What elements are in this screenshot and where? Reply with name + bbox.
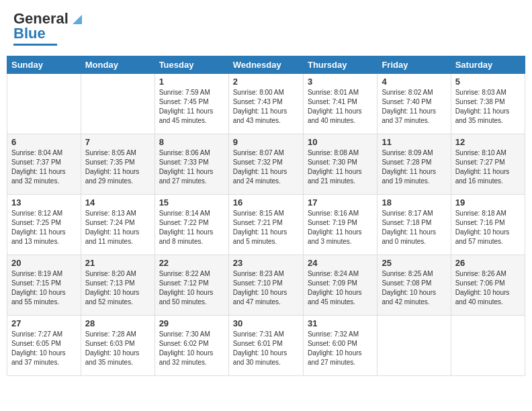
day-info: Sunrise: 8:03 AMSunset: 7:38 PMDaylight:… [455, 88, 521, 126]
day-info: Sunrise: 8:25 AMSunset: 7:08 PMDaylight:… [382, 269, 446, 307]
day-number: 4 [382, 77, 446, 87]
calendar-week-row: 13Sunrise: 8:12 AMSunset: 7:25 PMDayligh… [7, 195, 525, 255]
calendar-cell: 16Sunrise: 8:15 AMSunset: 7:21 PMDayligh… [228, 195, 303, 255]
day-header-sunday: Sunday [7, 56, 81, 74]
day-info: Sunrise: 8:01 AMSunset: 7:41 PMDaylight:… [308, 88, 373, 126]
calendar-week-row: 1Sunrise: 7:59 AMSunset: 7:45 PMDaylight… [7, 74, 525, 134]
calendar-cell: 14Sunrise: 8:13 AMSunset: 7:24 PMDayligh… [81, 195, 154, 255]
day-info: Sunrise: 8:22 AMSunset: 7:12 PMDaylight:… [159, 269, 224, 307]
calendar-cell: 4Sunrise: 8:02 AMSunset: 7:40 PMDaylight… [378, 74, 451, 134]
day-number: 20 [11, 258, 77, 268]
day-header-thursday: Thursday [303, 56, 377, 74]
day-number: 16 [233, 197, 299, 208]
day-info: Sunrise: 8:00 AMSunset: 7:43 PMDaylight:… [233, 88, 299, 126]
calendar-cell [378, 316, 451, 376]
day-info: Sunrise: 8:18 AMSunset: 7:16 PMDaylight:… [455, 209, 521, 246]
day-info: Sunrise: 7:28 AMSunset: 6:03 PMDaylight:… [85, 330, 150, 367]
day-number: 11 [382, 137, 446, 147]
day-header-saturday: Saturday [451, 56, 525, 74]
day-header-tuesday: Tuesday [154, 56, 228, 74]
calendar-cell: 20Sunrise: 8:19 AMSunset: 7:15 PMDayligh… [7, 255, 81, 316]
page-header: General Blue [7, 7, 525, 49]
day-number: 30 [233, 318, 299, 328]
day-number: 28 [85, 318, 150, 328]
day-info: Sunrise: 8:19 AMSunset: 7:15 PMDaylight:… [11, 269, 77, 307]
calendar-cell: 11Sunrise: 8:09 AMSunset: 7:28 PMDayligh… [378, 134, 451, 195]
day-header-friday: Friday [378, 56, 451, 74]
day-number: 10 [308, 137, 373, 147]
calendar-cell: 1Sunrise: 7:59 AMSunset: 7:45 PMDaylight… [154, 74, 228, 134]
calendar-cell: 18Sunrise: 8:17 AMSunset: 7:18 PMDayligh… [378, 195, 451, 255]
day-info: Sunrise: 8:24 AMSunset: 7:09 PMDaylight:… [308, 269, 373, 307]
calendar-week-row: 6Sunrise: 8:04 AMSunset: 7:37 PMDaylight… [7, 134, 525, 195]
day-info: Sunrise: 8:20 AMSunset: 7:13 PMDaylight:… [85, 269, 150, 307]
day-number: 8 [159, 137, 224, 147]
calendar-header-row: SundayMondayTuesdayWednesdayThursdayFrid… [7, 56, 525, 74]
day-info: Sunrise: 8:08 AMSunset: 7:30 PMDaylight:… [308, 148, 373, 186]
day-info: Sunrise: 7:31 AMSunset: 6:01 PMDaylight:… [233, 330, 299, 367]
logo: General Blue [13, 10, 83, 46]
calendar-cell: 2Sunrise: 8:00 AMSunset: 7:43 PMDaylight… [228, 74, 303, 134]
calendar-cell: 29Sunrise: 7:30 AMSunset: 6:02 PMDayligh… [154, 316, 228, 376]
calendar-cell: 15Sunrise: 8:14 AMSunset: 7:22 PMDayligh… [154, 195, 228, 255]
calendar-cell: 12Sunrise: 8:10 AMSunset: 7:27 PMDayligh… [451, 134, 525, 195]
calendar-cell: 22Sunrise: 8:22 AMSunset: 7:12 PMDayligh… [154, 255, 228, 316]
day-info: Sunrise: 8:14 AMSunset: 7:22 PMDaylight:… [159, 209, 224, 246]
calendar-cell [81, 74, 154, 134]
day-info: Sunrise: 7:27 AMSunset: 6:05 PMDaylight:… [11, 330, 77, 367]
calendar-cell: 10Sunrise: 8:08 AMSunset: 7:30 PMDayligh… [303, 134, 377, 195]
calendar-body: 1Sunrise: 7:59 AMSunset: 7:45 PMDaylight… [7, 74, 525, 376]
calendar-cell: 13Sunrise: 8:12 AMSunset: 7:25 PMDayligh… [7, 195, 81, 255]
day-info: Sunrise: 8:06 AMSunset: 7:33 PMDaylight:… [159, 148, 224, 186]
calendar-week-row: 27Sunrise: 7:27 AMSunset: 6:05 PMDayligh… [7, 316, 525, 376]
day-info: Sunrise: 8:09 AMSunset: 7:28 PMDaylight:… [382, 148, 446, 186]
calendar-cell: 31Sunrise: 7:32 AMSunset: 6:00 PMDayligh… [303, 316, 377, 376]
day-number: 12 [455, 137, 521, 147]
day-number: 17 [308, 197, 373, 208]
day-number: 23 [233, 258, 299, 268]
day-header-wednesday: Wednesday [228, 56, 303, 74]
calendar-cell: 26Sunrise: 8:26 AMSunset: 7:06 PMDayligh… [451, 255, 525, 316]
day-number: 21 [85, 258, 150, 268]
calendar-cell: 3Sunrise: 8:01 AMSunset: 7:41 PMDaylight… [303, 74, 377, 134]
day-info: Sunrise: 8:10 AMSunset: 7:27 PMDaylight:… [455, 148, 521, 186]
calendar-cell: 9Sunrise: 8:07 AMSunset: 7:32 PMDaylight… [228, 134, 303, 195]
day-number: 2 [233, 77, 299, 87]
logo-underline [13, 44, 57, 46]
logo-arrow-icon [70, 12, 83, 26]
day-info: Sunrise: 7:59 AMSunset: 7:45 PMDaylight:… [159, 88, 224, 126]
day-info: Sunrise: 8:26 AMSunset: 7:06 PMDaylight:… [455, 269, 521, 307]
calendar-cell: 5Sunrise: 8:03 AMSunset: 7:38 PMDaylight… [451, 74, 525, 134]
day-number: 29 [159, 318, 224, 328]
day-info: Sunrise: 8:07 AMSunset: 7:32 PMDaylight:… [233, 148, 299, 186]
calendar-cell: 8Sunrise: 8:06 AMSunset: 7:33 PMDaylight… [154, 134, 228, 195]
day-number: 9 [233, 137, 299, 147]
calendar-cell [451, 316, 525, 376]
day-number: 7 [85, 137, 150, 147]
day-info: Sunrise: 7:32 AMSunset: 6:00 PMDaylight:… [308, 330, 373, 367]
calendar-week-row: 20Sunrise: 8:19 AMSunset: 7:15 PMDayligh… [7, 255, 525, 316]
day-number: 6 [11, 137, 77, 147]
calendar-cell: 23Sunrise: 8:23 AMSunset: 7:10 PMDayligh… [228, 255, 303, 316]
day-number: 19 [455, 197, 521, 208]
day-info: Sunrise: 8:13 AMSunset: 7:24 PMDaylight:… [85, 209, 150, 246]
day-info: Sunrise: 8:02 AMSunset: 7:40 PMDaylight:… [382, 88, 446, 126]
day-number: 1 [159, 77, 224, 87]
day-number: 15 [159, 197, 224, 208]
day-number: 25 [382, 258, 446, 268]
day-info: Sunrise: 7:30 AMSunset: 6:02 PMDaylight:… [159, 330, 224, 367]
day-info: Sunrise: 8:23 AMSunset: 7:10 PMDaylight:… [233, 269, 299, 307]
calendar-cell: 28Sunrise: 7:28 AMSunset: 6:03 PMDayligh… [81, 316, 154, 376]
day-info: Sunrise: 8:04 AMSunset: 7:37 PMDaylight:… [11, 148, 77, 186]
day-number: 31 [308, 318, 373, 328]
calendar-cell: 27Sunrise: 7:27 AMSunset: 6:05 PMDayligh… [7, 316, 81, 376]
calendar-cell: 17Sunrise: 8:16 AMSunset: 7:19 PMDayligh… [303, 195, 377, 255]
day-info: Sunrise: 8:17 AMSunset: 7:18 PMDaylight:… [382, 209, 446, 246]
day-number: 27 [11, 318, 77, 328]
day-info: Sunrise: 8:15 AMSunset: 7:21 PMDaylight:… [233, 209, 299, 246]
calendar-table: SundayMondayTuesdayWednesdayThursdayFrid… [7, 56, 525, 376]
day-number: 24 [308, 258, 373, 268]
calendar-cell: 24Sunrise: 8:24 AMSunset: 7:09 PMDayligh… [303, 255, 377, 316]
calendar-cell: 6Sunrise: 8:04 AMSunset: 7:37 PMDaylight… [7, 134, 81, 195]
calendar-cell: 25Sunrise: 8:25 AMSunset: 7:08 PMDayligh… [378, 255, 451, 316]
